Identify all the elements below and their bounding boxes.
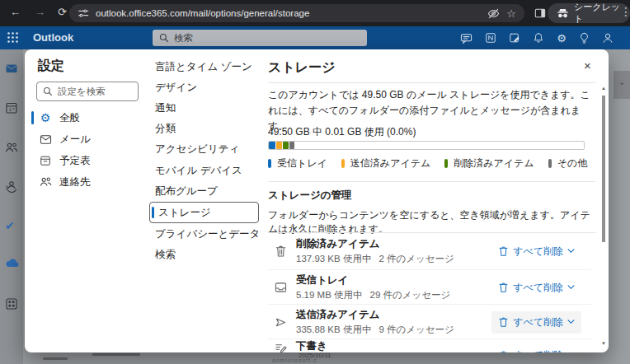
legend-label: 受信トレイ — [277, 156, 327, 170]
gear-icon: ⚙ — [39, 112, 52, 124]
category-label: 予定表 — [59, 154, 91, 168]
legend-label: 送信済みアイテム — [350, 156, 430, 170]
calendar-icon — [39, 155, 52, 166]
delete-all-label: すべて削除 — [513, 245, 563, 259]
scroll-down-icon[interactable]: ▼ — [601, 341, 606, 346]
contacts-icon — [39, 176, 52, 188]
chevron-down-icon — [567, 249, 575, 254]
envelope-icon — [39, 134, 52, 145]
section-appearance[interactable]: デザイン — [155, 77, 261, 97]
section-categories[interactable]: 分類 — [155, 119, 261, 138]
section-notifications[interactable]: 通知 — [155, 98, 261, 118]
section-distribution-groups[interactable]: 配布グループ — [155, 181, 261, 201]
legend-inbox: 受信トレイ — [268, 156, 327, 170]
bell-icon[interactable] — [533, 32, 544, 44]
address-bar[interactable]: outlook.office365.com/mail/options/gener… — [69, 4, 524, 22]
lightbulb-icon[interactable] — [579, 32, 590, 44]
side-panel-icon[interactable] — [534, 7, 546, 19]
eye-off-icon[interactable] — [487, 7, 500, 20]
legend-label: 削除済みアイテム — [454, 156, 534, 170]
global-search-input[interactable]: 検索 — [153, 30, 367, 46]
browser-menu-icon[interactable]: ⋮ — [620, 5, 630, 18]
screen: ← → ⟳ outlook.office365.com/mail/options… — [0, 0, 630, 364]
mail-module-icon[interactable] — [5, 62, 18, 75]
folder-row-drafts: 下書き すべて削除 — [268, 339, 591, 352]
delete-all-button[interactable]: すべて削除 — [491, 344, 581, 352]
section-language-time[interactable]: 言語とタイム ゾーン — [155, 57, 261, 77]
forward-icon[interactable]: → — [35, 6, 45, 18]
dimmed-text-smudge — [43, 357, 68, 360]
settings-search-input[interactable]: 設定を検索 — [36, 82, 139, 101]
legend-deleted: 削除済みアイテム — [444, 156, 534, 170]
search-placeholder: 検索 — [174, 32, 193, 44]
send-icon — [274, 316, 288, 329]
app-launcher-icon[interactable] — [7, 31, 19, 44]
folder-usage: 137.93 KB 使用中 — [296, 254, 371, 264]
section-search[interactable]: 検索 — [155, 245, 261, 264]
folder-row-inbox: 受信トレイ5.19 MB 使用中29 件のメッセージ すべて削除 — [268, 270, 591, 305]
folder-row-deleted-items: 削除済みアイテム137.93 KB 使用中2 件のメッセージ すべて削除 — [268, 234, 591, 268]
chat-icon[interactable] — [460, 32, 472, 44]
legend-sent: 送信済みアイテム — [341, 156, 430, 170]
category-mail[interactable]: メール — [31, 128, 155, 150]
reload-icon[interactable]: ⟳ — [58, 6, 67, 18]
account-icon[interactable] — [602, 32, 614, 44]
section-storage[interactable]: ストレージ — [149, 202, 259, 223]
storage-legend: 受信トレイ 送信済みアイテム 削除済みアイテム その他 — [268, 156, 587, 170]
folder-name: 送信済みアイテム — [296, 308, 454, 322]
legend-chip — [444, 159, 448, 168]
dimmed-chevron-icon: ⌄ — [618, 77, 625, 86]
scroll-up-icon[interactable]: ▲ — [601, 86, 606, 91]
bookmark-star-icon[interactable]: ☆ — [506, 7, 516, 20]
folder-usage: 5.19 MB 使用中 — [296, 290, 363, 300]
category-calendar[interactable]: 予定表 — [31, 150, 155, 171]
storage-panel-title: ストレージ — [268, 59, 336, 77]
todo-module-icon[interactable]: ✔ — [5, 219, 15, 232]
incognito-badge: シークレット — [548, 3, 630, 23]
delete-all-label: すべて削除 — [513, 348, 563, 352]
scrollbar-thumb[interactable] — [602, 96, 605, 242]
calendar-module-icon[interactable] — [5, 101, 18, 114]
delete-all-button[interactable]: すべて削除 — [491, 311, 581, 334]
bar-segment-inbox — [269, 142, 275, 149]
delete-all-button[interactable]: すべて削除 — [491, 277, 581, 299]
usage-summary: 49.50 GB 中 0.01 GB 使用 (0.0%) — [268, 125, 416, 139]
divider — [268, 232, 595, 233]
bar-segment-other — [289, 142, 294, 149]
folder-name: 下書き — [296, 339, 327, 352]
category-contacts[interactable]: 連絡先 — [31, 171, 155, 193]
gear-icon[interactable]: ⚙ — [557, 33, 567, 44]
category-general[interactable]: ⚙ 全般 — [31, 107, 155, 128]
groups-module-icon[interactable] — [5, 180, 18, 193]
folder-row-sent-items: 送信済みアイテム335.88 KB 使用中9 件のメッセージ すべて削除 — [268, 305, 591, 339]
url-text[interactable]: outlook.office365.com/mail/options/gener… — [96, 8, 481, 18]
app-title[interactable]: Outlook — [33, 31, 73, 44]
folder-count: 2 件のメッセージ — [378, 254, 454, 264]
section-mobile-devices[interactable]: モバイル デバイス — [155, 161, 261, 180]
section-accessibility[interactable]: アクセシビリティ — [155, 139, 261, 159]
people-module-icon[interactable] — [5, 141, 18, 154]
site-info-icon[interactable] — [78, 7, 89, 19]
back-icon[interactable]: ← — [10, 6, 21, 18]
onenote-feed-icon[interactable] — [485, 32, 496, 44]
incognito-icon — [557, 8, 569, 19]
settings-search-placeholder: 設定を検索 — [58, 86, 106, 98]
delete-all-button[interactable]: すべて削除 — [491, 240, 581, 263]
close-icon[interactable]: × — [584, 58, 591, 72]
inbox-icon — [274, 282, 288, 293]
incognito-label: シークレット — [574, 1, 621, 26]
legend-other: その他 — [548, 156, 588, 170]
dimmed-email-text: onmicrosoft.c — [272, 357, 317, 363]
notes-icon[interactable] — [509, 32, 520, 44]
browser-chrome: ← → ⟳ outlook.office365.com/mail/options… — [0, 0, 630, 26]
folder-count: 29 件のメッセージ — [370, 290, 451, 300]
folder-name: 削除済みアイテム — [296, 237, 454, 251]
header-actions: ⚙ — [460, 26, 614, 49]
category-label: 全般 — [59, 111, 80, 125]
bar-segment-sent — [276, 142, 282, 149]
settings-title: 設定 — [38, 58, 64, 75]
section-privacy-data[interactable]: プライバシーとデータ — [155, 224, 261, 244]
chevron-down-icon — [567, 320, 575, 324]
onedrive-module-icon[interactable] — [5, 258, 19, 268]
more-apps-icon[interactable] — [5, 297, 18, 310]
